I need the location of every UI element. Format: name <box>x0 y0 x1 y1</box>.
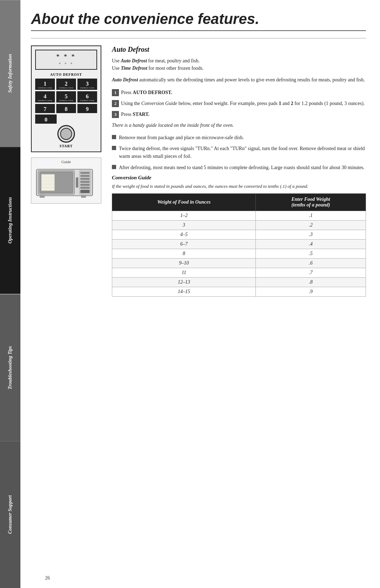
auto-defrost-bold: Auto Defrost <box>121 58 147 63</box>
step-2-bold2: 2 <box>291 101 293 106</box>
sidebar-label-operating: Operating Instructions <box>7 197 13 244</box>
cell-ounces: 9–10 <box>112 258 256 268</box>
guide-label: Guide <box>33 160 99 164</box>
cell-weight: .5 <box>256 249 366 258</box>
col-header-weight: Enter Food Weight(tenths of a pound) <box>256 193 366 211</box>
key-3[interactable]: 3EXPRESS COOK <box>77 79 97 90</box>
microwave-illustration: Guide <box>31 157 101 204</box>
cell-weight: .6 <box>256 258 366 268</box>
key-7[interactable]: 7 <box>35 104 55 113</box>
section-title: Auto Defrost <box>112 45 366 54</box>
keypad-diagram: * * * ◦ ◦ ◦ AUTO DEFROST 1EXPRESS COOK 2… <box>31 45 101 152</box>
cell-ounces: 3 <box>112 220 256 230</box>
step-1-text: Press AUTO DEFROST. <box>121 89 172 96</box>
svg-rect-11 <box>80 190 89 193</box>
key-5[interactable]: 5EXPRESS COOK <box>56 91 76 103</box>
sidebar-item-operating[interactable]: Operating Instructions <box>0 147 20 294</box>
two-column-layout: * * * ◦ ◦ ◦ AUTO DEFROST 1EXPRESS COOK 2… <box>31 45 366 297</box>
main-content: About the convenience features. * * * ◦ … <box>20 0 380 588</box>
step-3: 3 Press START. <box>112 111 366 118</box>
table-row: 1–2.1 <box>112 211 366 220</box>
table-row: 3.2 <box>112 220 366 230</box>
step-2-text: Using the Conversion Guide below, enter … <box>121 100 365 107</box>
col-header-ounces: Weight of Food in Ounces <box>112 193 256 211</box>
right-column: Auto Defrost Use Auto Defrost for meat, … <box>112 45 366 297</box>
display-stars: * * * <box>38 53 95 61</box>
body-text: Auto Defrost automatically sets the defr… <box>112 76 366 84</box>
page-title: About the convenience features. <box>31 11 366 27</box>
key-4[interactable]: 4EXPRESS COOK <box>35 91 55 103</box>
cell-ounces: 1–2 <box>112 211 256 220</box>
cell-ounces: 4–5 <box>112 230 256 239</box>
table-row: 4–5.3 <box>112 230 366 239</box>
cell-weight: .9 <box>256 287 366 296</box>
step-3-text: Press START. <box>121 111 150 118</box>
table-row: 6–7.4 <box>112 239 366 249</box>
conversion-table: Weight of Food in Ounces Enter Food Weig… <box>112 193 366 297</box>
start-button-inner <box>60 128 72 140</box>
cell-weight: .1 <box>256 211 366 220</box>
svg-rect-3 <box>76 178 78 187</box>
section-divider <box>31 38 366 38</box>
bullet-icon-3 <box>112 165 116 169</box>
sidebar-label-consumer: Consumer Support <box>7 495 13 534</box>
key-1[interactable]: 1EXPRESS COOK <box>35 79 55 90</box>
bullet-icon-2 <box>112 146 116 150</box>
step-1-number: 1 <box>112 89 119 96</box>
auto-defrost-label: AUTO DEFROST <box>35 73 97 76</box>
bullet-text-2: Twice during defrost, the oven signals "… <box>119 145 366 160</box>
key-8[interactable]: 8 <box>56 104 76 113</box>
svg-rect-12 <box>40 195 45 198</box>
cell-ounces: 11 <box>112 268 256 277</box>
bullet-icon-1 <box>112 135 116 139</box>
cell-weight: .8 <box>256 277 366 287</box>
svg-rect-14 <box>42 174 55 191</box>
start-button-row: START <box>35 125 97 148</box>
display-dots: ◦ ◦ ◦ <box>38 61 95 66</box>
table-row: 11.7 <box>112 268 366 277</box>
bullet-text-3: After defrosting, most meats need to sta… <box>119 164 365 172</box>
key-6[interactable]: 6EXPRESS COOK <box>77 91 97 103</box>
bullet-text-1: Remove meat from package and place on mi… <box>119 134 244 142</box>
table-row: 9–10.6 <box>112 258 366 268</box>
keypad-display: * * * ◦ ◦ ◦ <box>35 50 97 70</box>
key-9[interactable]: 9 <box>77 104 97 113</box>
svg-rect-7 <box>80 178 89 180</box>
sidebar-item-safety[interactable]: Safety Information <box>0 0 20 147</box>
table-row: 14–15.9 <box>112 287 366 296</box>
key-2[interactable]: 2EXPRESS COOK <box>56 79 76 90</box>
time-defrost-bold: Time Defrost <box>121 66 147 71</box>
start-label: START <box>57 144 75 148</box>
bullet-item-3: After defrosting, most meats need to sta… <box>112 164 366 172</box>
page-number: 26 <box>45 575 50 581</box>
key-0[interactable]: 0 <box>35 114 57 124</box>
svg-rect-10 <box>80 187 89 189</box>
cell-weight: .2 <box>256 220 366 230</box>
svg-rect-9 <box>80 184 89 186</box>
bullet-item-2: Twice during defrost, the oven signals "… <box>112 145 366 160</box>
cell-weight: .7 <box>256 268 366 277</box>
cell-ounces: 6–7 <box>112 239 256 249</box>
svg-rect-5 <box>80 172 89 174</box>
cell-ounces: 14–15 <box>112 287 256 296</box>
step-2-number: 2 <box>112 100 119 107</box>
sidebar-item-troubleshooting[interactable]: Troubleshooting Tips <box>0 294 20 441</box>
table-row: 8.5 <box>112 249 366 258</box>
conversion-guide-italic: Conversion Guide <box>141 101 177 106</box>
col-header-weight-sub: (tenths of a pound) <box>291 202 330 208</box>
step-1-bold: AUTO DEFROST. <box>133 90 172 95</box>
conversion-guide-subtitle: If the weight of food is stated in pound… <box>112 183 366 190</box>
cell-ounces: 8 <box>112 249 256 258</box>
table-header-row: Weight of Food in Ounces Enter Food Weig… <box>112 193 366 211</box>
cell-weight: .3 <box>256 230 366 239</box>
sidebar: Safety Information Operating Instruction… <box>0 0 20 588</box>
keypad-grid: 1EXPRESS COOK 2EXPRESS COOK 3EXPRESS COO… <box>35 79 97 113</box>
cell-ounces: 12–13 <box>112 277 256 287</box>
sidebar-item-consumer[interactable]: Consumer Support <box>0 441 20 588</box>
sidebar-label-troubleshooting: Troubleshooting Tips <box>7 346 13 389</box>
start-button[interactable] <box>57 125 75 143</box>
italic-note: There is a handy guide located on the in… <box>112 122 366 129</box>
conversion-guide-title: Conversion Guide <box>112 175 366 181</box>
svg-rect-6 <box>80 175 89 177</box>
microwave-svg <box>33 165 99 200</box>
